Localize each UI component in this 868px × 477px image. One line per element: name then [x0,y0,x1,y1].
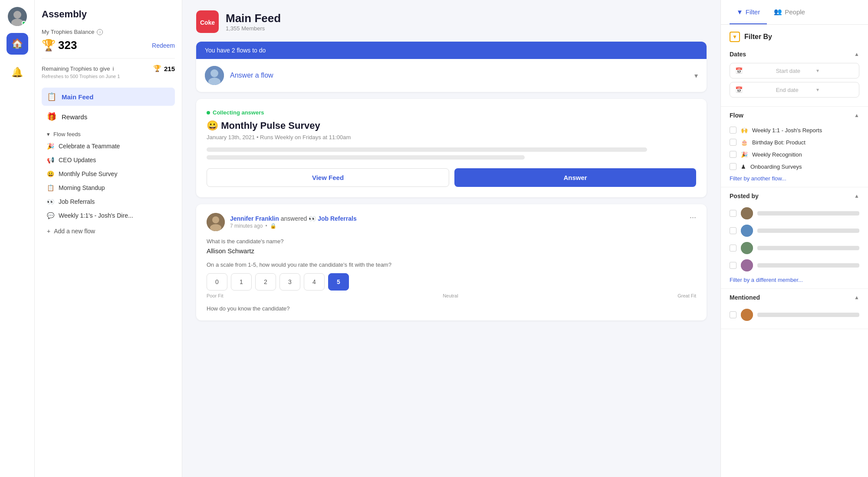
posted-by-person-1[interactable] [730,205,859,222]
rating-btn-3[interactable]: 3 [279,273,300,291]
chevron-down-icon[interactable]: ▾ [694,72,698,80]
rating-row: 0 1 2 3 4 5 [207,273,696,291]
checkbox-weekly11[interactable] [730,127,736,134]
rating-btn-0[interactable]: 0 [207,273,227,291]
post-answer-1: Allison Schwartz [207,247,696,255]
mentioned-person-1[interactable] [730,306,859,323]
flow-feeds-header[interactable]: ▾ Flow feeds [42,127,175,139]
survey-line-2 [207,155,525,160]
flow-header: Flow ▲ [730,112,859,119]
feed-header: Coke Main Feed 1,355 Members [182,0,720,42]
svg-point-10 [741,207,753,219]
person-1-name [757,211,859,216]
bell-nav-icon[interactable]: 🔔 [7,62,28,83]
posted-by-filter-section: Posted by ▲ [721,187,868,289]
svg-point-11 [741,225,753,237]
filter-different-member-link[interactable]: Filter by a different member... [730,277,859,283]
plus-icon: + [47,228,50,235]
posted-by-header: Posted by ▲ [730,193,859,199]
flow-monthly-pulse[interactable]: 😀 Monthly Pulse Survey [42,167,175,181]
svg-point-12 [741,242,753,254]
post-author-info: Jennifer Franklin answered 👀 Job Referra… [230,215,357,229]
rewards-icon: 🎁 [47,112,56,121]
feed-members-count: 1,355 Members [226,25,281,32]
checkbox-birthday[interactable] [730,139,736,146]
post-more-button[interactable]: ··· [690,213,696,222]
svg-point-8 [212,216,219,223]
flow-filter-weekly11[interactable]: 🙌 Weekly 1:1 - Josh's Reports [730,124,859,136]
remaining-section: Remaining Trophies to give i 🏆 215 Refre… [42,58,175,79]
flow-filter-weekly-recognition[interactable]: 🎉 Weekly Recognition [730,148,859,160]
posted-by-collapse-icon[interactable]: ▲ [854,193,859,199]
posted-by-person-2[interactable] [730,222,859,239]
checkbox-person-1[interactable] [730,210,736,217]
add-flow-button[interactable]: + Add a new flow [42,224,175,238]
remaining-info-icon[interactable]: i [113,65,114,72]
answer-survey-button[interactable]: Answer [454,168,696,187]
checkbox-mentioned-1[interactable] [730,311,736,318]
collecting-label: Collecting answers [207,109,696,116]
flow-collapse-icon[interactable]: ▲ [854,112,859,118]
flow-weekly-11[interactable]: 💬 Weekly 1:1's - Josh's Dire... [42,209,175,222]
checkbox-weekly-recognition[interactable] [730,151,736,158]
redeem-link[interactable]: Redeem [152,42,175,49]
mentioned-collapse-icon[interactable]: ▲ [854,294,859,301]
nav-main-feed[interactable]: 📋 Main Feed [42,88,175,106]
nav-rewards[interactable]: 🎁 Rewards [42,108,175,126]
posted-by-person-3[interactable] [730,239,859,257]
post-action-text: answered [281,215,309,222]
trophies-info-icon[interactable]: i [97,29,103,35]
tab-filter[interactable]: ▼ Filter [730,0,767,24]
view-feed-button[interactable]: View Feed [207,168,449,187]
chevron-down-icon: ▾ [47,131,50,137]
checkbox-onboarding[interactable] [730,163,736,170]
post-question-1: What is the candidate's name? [207,238,696,245]
flow-morning-standup[interactable]: 📋 Morning Standup [42,181,175,195]
flow-filter-onboarding[interactable]: ♟ Onboarding Surveys [730,160,859,173]
checkbox-person-2[interactable] [730,227,736,234]
rating-btn-1[interactable]: 1 [231,273,252,291]
feed-cards: You have 2 flows to do Answer a flow ▾ C… [182,42,720,334]
flow-todo-banner: You have 2 flows to do [196,42,707,59]
tab-people[interactable]: 👥 People [767,0,812,24]
person-4-name [757,263,859,268]
person-4-avatar [741,259,753,271]
rating-btn-2[interactable]: 2 [255,273,276,291]
user-avatar[interactable] [8,7,27,26]
trophies-section: My Trophies Balance i 🏆 323 Redeem Remai… [42,29,175,79]
flow-celebrate[interactable]: 🎉 Celebrate a Teammate [42,139,175,153]
trophies-count: 🏆 323 [42,39,77,52]
svg-point-14 [741,309,753,321]
author-name-link[interactable]: Jennifer Franklin [230,215,279,222]
post-flow-link[interactable]: Job Referrals [318,215,356,222]
start-date-input[interactable]: 📅 Start date ▾ [730,63,859,78]
chevron-down-icon: ▾ [816,87,854,93]
dates-header: Dates ▲ [730,51,859,58]
main-feed-icon: 📋 [47,92,56,101]
post-card: Jennifer Franklin answered 👀 Job Referra… [196,204,707,320]
online-indicator [22,21,26,25]
filter-another-flow-link[interactable]: Filter by another flow... [730,175,859,182]
end-date-input[interactable]: 📅 End date ▾ [730,82,859,98]
person-2-avatar [741,225,753,237]
checkbox-person-4[interactable] [730,262,736,269]
survey-title: 😀 Monthly Pulse Survey [207,120,696,131]
flow-filter-birthday[interactable]: 🎂 Birthday Bot: Product [730,136,859,148]
home-nav-icon[interactable]: 🏠 [7,33,28,55]
answer-flow-button[interactable]: Answer a flow [230,72,688,79]
filter-icon: ▼ [736,8,743,16]
calendar-icon: 📅 [735,86,773,93]
flow-todo-card: You have 2 flows to do Answer a flow ▾ [196,42,707,92]
mentioned-1-avatar [741,309,753,321]
person-1-avatar [741,207,753,219]
flow-job-referrals[interactable]: 👀 Job Referrals [42,195,175,209]
right-panel: ▼ Filter 👥 People ▼ Filter By Dates ▲ 📅 … [720,0,868,477]
filter-by-icon: ▼ [730,32,740,42]
dates-collapse-icon[interactable]: ▲ [854,51,859,57]
rating-btn-5[interactable]: 5 [328,273,349,291]
rating-btn-4[interactable]: 4 [304,273,325,291]
flow-ceo[interactable]: 📢 CEO Updates [42,153,175,167]
checkbox-person-3[interactable] [730,245,736,252]
posted-by-person-4[interactable] [730,257,859,274]
post-flow-icon: 👀 [309,215,316,222]
